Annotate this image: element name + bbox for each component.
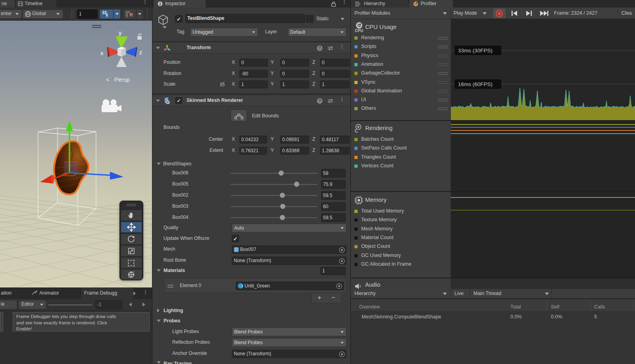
svg-text:?: ?	[319, 46, 321, 50]
svg-text:y: y	[119, 29, 122, 36]
svg-text:Y: Y	[106, 13, 108, 18]
svg-text:<: <	[106, 76, 110, 83]
svg-text:16ms (60FPS): 16ms (60FPS)	[458, 81, 493, 87]
svg-text:?: ?	[319, 99, 321, 103]
svg-text:Persp: Persp	[114, 76, 130, 83]
svg-text:33ms (30FPS): 33ms (30FPS)	[458, 48, 493, 54]
svg-text:z: z	[139, 49, 142, 56]
svg-text:x: x	[100, 50, 104, 56]
